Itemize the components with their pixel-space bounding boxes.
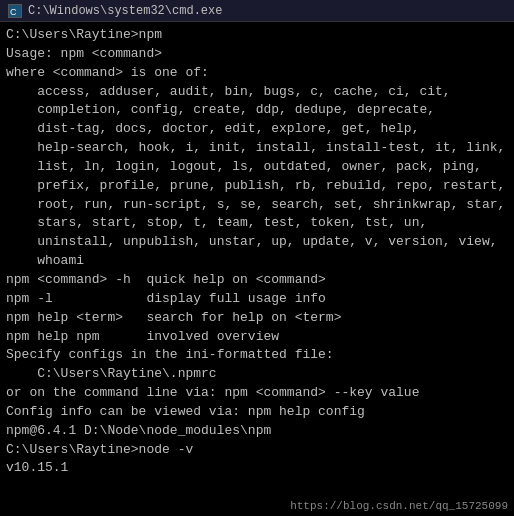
cmd-icon: C <box>8 4 22 18</box>
terminal-line: npm help <term> search for help on <term… <box>6 309 508 328</box>
terminal-line: dist-tag, docs, doctor, edit, explore, g… <box>6 120 508 139</box>
window-title: C:\Windows\system32\cmd.exe <box>28 4 506 18</box>
terminal-line: stars, start, stop, t, team, test, token… <box>6 214 508 233</box>
terminal-line: or on the command line via: npm <command… <box>6 384 508 403</box>
terminal-line: access, adduser, audit, bin, bugs, c, ca… <box>6 83 508 102</box>
terminal-line: prefix, profile, prune, publish, rb, reb… <box>6 177 508 196</box>
terminal-line: Usage: npm <command> <box>6 45 508 64</box>
terminal-line: npm <command> -h quick help on <command> <box>6 271 508 290</box>
terminal-line: npm help npm involved overview <box>6 328 508 347</box>
terminal-line: C:\Users\Raytine>node -v <box>6 441 508 460</box>
terminal-line: where <command> is one of: <box>6 64 508 83</box>
terminal-line: npm@6.4.1 D:\Node\node_modules\npm <box>6 422 508 441</box>
terminal-line: root, run, run-script, s, se, search, se… <box>6 196 508 215</box>
terminal-body: C:\Users\Raytine>npmUsage: npm <command>… <box>0 22 514 516</box>
terminal-line: whoami <box>6 252 508 271</box>
terminal-line: C:\Users\Raytine\.npmrc <box>6 365 508 384</box>
terminal-line: uninstall, unpublish, unstar, up, update… <box>6 233 508 252</box>
terminal-line: C:\Users\Raytine>npm <box>6 26 508 45</box>
terminal-line: v10.15.1 <box>6 459 508 478</box>
terminal-line: help-search, hook, i, init, install, ins… <box>6 139 508 158</box>
terminal-line: Config info can be viewed via: npm help … <box>6 403 508 422</box>
terminal-line: completion, config, create, ddp, dedupe,… <box>6 101 508 120</box>
svg-text:C: C <box>10 7 17 17</box>
terminal-line: npm -l display full usage info <box>6 290 508 309</box>
terminal-line: Specify configs in the ini-formatted fil… <box>6 346 508 365</box>
title-bar: C C:\Windows\system32\cmd.exe <box>0 0 514 22</box>
terminal-line: list, ln, login, logout, ls, outdated, o… <box>6 158 508 177</box>
watermark: https://blog.csdn.net/qq_15725099 <box>290 500 508 512</box>
